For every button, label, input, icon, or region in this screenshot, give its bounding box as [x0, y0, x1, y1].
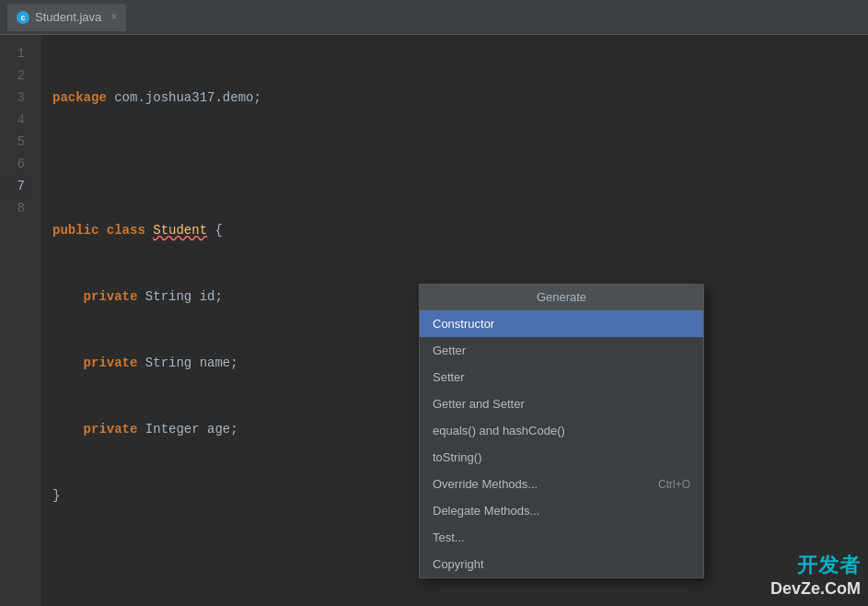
watermark-line2: DevZe.CoM: [770, 579, 861, 599]
line-num-7: 7: [0, 175, 32, 197]
line-num-3: 3: [0, 87, 32, 109]
menu-item-copyright[interactable]: Copyright: [420, 551, 703, 577]
menu-item-test[interactable]: Test...: [420, 524, 703, 551]
menu-item-equals-hashcode-label: equals() and hashCode(): [433, 424, 565, 437]
watermark: 开发者 DevZe.CoM: [770, 552, 861, 599]
menu-item-setter[interactable]: Setter: [420, 364, 703, 390]
tab-bar: c Student.java ×: [0, 0, 868, 35]
line-num-4: 4: [0, 109, 32, 131]
menu-item-tostring[interactable]: toString(): [420, 444, 703, 471]
line-numbers: 1 2 3 4 5 6 7 8: [0, 35, 41, 606]
editor-area: 1 2 3 4 5 6 7 8 package com.joshua317.de…: [0, 35, 868, 606]
watermark-line1: 开发者: [797, 552, 861, 579]
menu-item-constructor[interactable]: Constructor: [420, 310, 703, 337]
menu-item-equals-hashcode[interactable]: equals() and hashCode(): [420, 417, 703, 444]
line-num-2: 2: [0, 64, 32, 87]
menu-item-override-label: Override Methods...: [433, 477, 538, 491]
menu-item-test-label: Test...: [433, 530, 465, 544]
menu-item-tostring-label: toString(): [433, 450, 481, 464]
menu-item-override[interactable]: Override Methods... Ctrl+O: [420, 471, 703, 497]
menu-item-copyright-label: Copyright: [433, 557, 484, 571]
menu-item-constructor-label: Constructor: [433, 317, 494, 331]
line-num-8: 8: [0, 197, 32, 219]
student-java-tab[interactable]: c Student.java ×: [7, 4, 126, 31]
menu-item-override-shortcut: Ctrl+O: [658, 478, 690, 491]
tab-filename: Student.java: [35, 10, 101, 24]
context-menu-header: Generate: [420, 285, 703, 310]
code-line-1: package com.joshua317.demo;: [52, 87, 857, 109]
menu-item-delegate-label: Delegate Methods...: [433, 504, 539, 518]
menu-item-getter-setter-label: Getter and Setter: [433, 397, 525, 411]
line-num-1: 1: [0, 42, 32, 64]
code-line-3: public class Student {: [52, 219, 857, 241]
menu-item-getter[interactable]: Getter: [420, 337, 703, 364]
line-num-6: 6: [0, 153, 32, 175]
code-line-2: [52, 153, 857, 175]
tab-file-icon: c: [17, 11, 29, 24]
context-menu[interactable]: Generate Constructor Getter Setter Gette…: [419, 284, 704, 578]
line-num-5: 5: [0, 131, 32, 153]
menu-item-setter-label: Setter: [433, 370, 465, 384]
menu-item-delegate[interactable]: Delegate Methods...: [420, 497, 703, 524]
menu-item-getter-label: Getter: [433, 344, 466, 357]
menu-item-getter-setter[interactable]: Getter and Setter: [420, 390, 703, 417]
tab-close-button[interactable]: ×: [110, 11, 117, 24]
